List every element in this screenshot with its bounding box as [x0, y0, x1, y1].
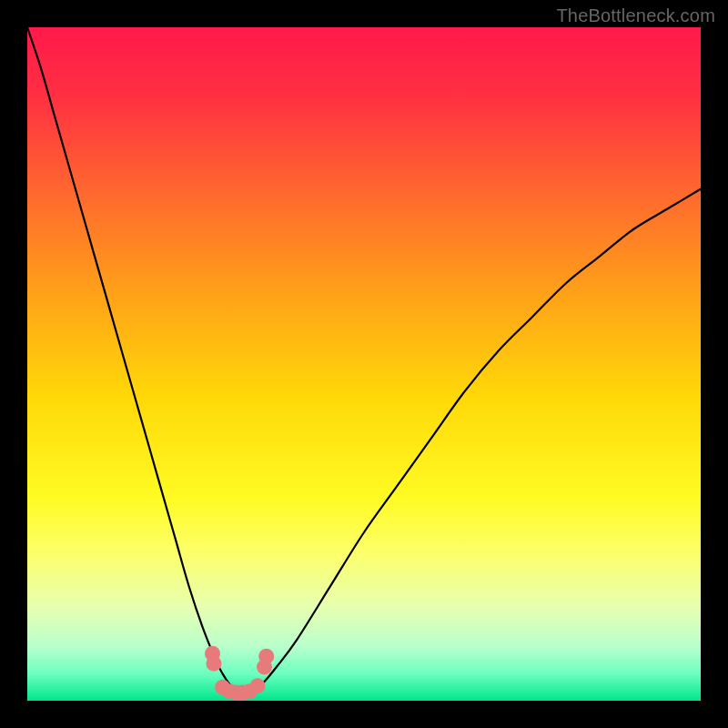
marker-dot [250, 678, 266, 693]
marker-dot [258, 649, 274, 664]
curve-layer [27, 27, 701, 701]
marker-dot [206, 656, 221, 672]
bottleneck-curve [27, 27, 701, 693]
plot-area [27, 27, 701, 701]
watermark-text: TheBottleneck.com [556, 5, 715, 26]
chart-frame: TheBottleneck.com [0, 0, 728, 728]
marker-dots [205, 646, 274, 701]
